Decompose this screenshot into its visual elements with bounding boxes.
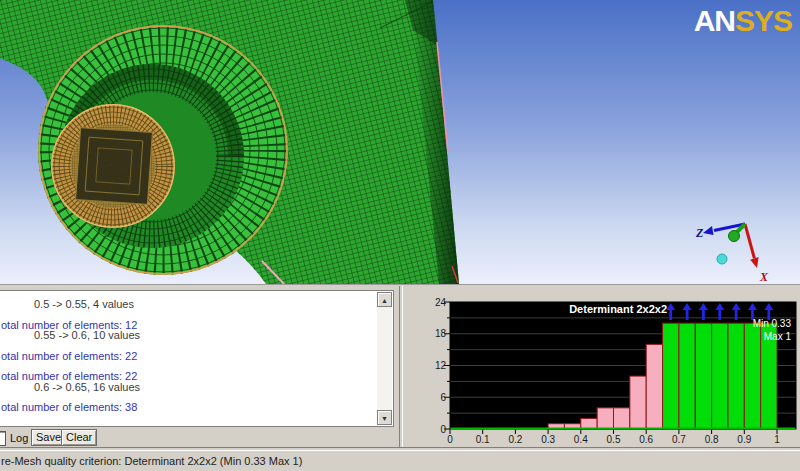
min-annotation: Min 0.33 [753,318,792,329]
x-tick-label: 0 [447,434,453,445]
log-checkbox-label: Log [10,432,28,444]
scroll-down-icon: ▼ [381,415,388,422]
z-axis-label: Z [695,226,704,240]
scroll-down-button[interactable]: ▼ [377,410,392,425]
bottom-panel: 0.5 -> 0.55, 4 valuesotal number of elem… [0,284,800,471]
status-bar: re-Mesh quality criterion: Determinant 2… [0,449,800,471]
x-axis-label: X [759,270,769,284]
y-tick-label: 18 [435,328,447,339]
x-tick-label: 0.6 [639,434,653,445]
log-line: 0.5 -> 0.55, 4 values [1,299,375,310]
histogram-title: Determinant 2x2x2 [569,303,667,315]
x-tick-label: 0.2 [508,434,522,445]
orientation-triad: Z X [690,210,780,284]
histogram-bar [744,323,760,429]
x-tick-label: 0.8 [705,434,719,445]
hex-mesh-model [0,0,800,284]
max-annotation: Max 1 [764,331,792,342]
histogram-bar [663,323,679,429]
x-tick-label: 0.3 [541,434,555,445]
message-log-panel: 0.5 -> 0.55, 4 valuesotal number of elem… [0,290,394,427]
ansys-logo: ANSYS [694,6,792,36]
log-checkbox[interactable] [0,431,6,446]
y-tick-label: 0 [440,424,446,435]
log-line: otal number of elements: 22 [1,351,375,362]
log-output[interactable]: 0.5 -> 0.55, 4 valuesotal number of elem… [1,299,375,413]
icem-application-window: ANSYS Z X 0.5 -> 0.55, 4 v [0,0,800,471]
histogram-bar [630,376,646,429]
histogram-bar [728,323,744,429]
status-text: re-Mesh quality criterion: Determinant 2… [0,449,800,467]
histogram-bar [646,344,662,429]
x-tick-label: 0.5 [607,434,621,445]
y-tick-label: 12 [435,360,447,371]
log-scrollbar[interactable]: ▲ ▼ [377,292,392,425]
log-line: otal number of elements: 22 [1,371,375,382]
x-tick-label: 0.7 [672,434,686,445]
x-tick-label: 1 [774,434,780,445]
center-point-marker [717,254,727,264]
x-tick-label: 0.4 [574,434,588,445]
scroll-up-icon: ▲ [381,297,388,304]
y-tick-label: 24 [435,297,447,308]
ansys-logo-sys: SYS [735,4,792,37]
3d-viewport[interactable]: ANSYS Z X [0,0,800,284]
x-axis-arrow [745,224,759,268]
ansys-logo-an: AN [694,4,735,37]
histogram-bar [695,323,711,429]
histogram-plot: 0612182400.10.20.30.40.50.60.70.80.91Det… [402,287,800,445]
histogram-bar [679,323,695,429]
histogram-bar [712,323,728,429]
log-line: 0.6 -> 0.65, 16 values [1,382,375,393]
scroll-up-button[interactable]: ▲ [377,292,392,307]
histogram-bar [614,408,630,429]
histogram-bar [597,408,613,429]
x-tick-label: 0.1 [476,434,490,445]
log-line: 0.55 -> 0.6, 10 values [1,330,375,341]
x-tick-label: 0.9 [737,434,751,445]
log-line: otal number of elements: 38 [1,402,375,413]
clear-button[interactable]: Clear [61,429,97,446]
y-tick-label: 6 [440,392,446,403]
quality-histogram: 0612182400.10.20.30.40.50.60.70.80.91Det… [402,287,800,445]
